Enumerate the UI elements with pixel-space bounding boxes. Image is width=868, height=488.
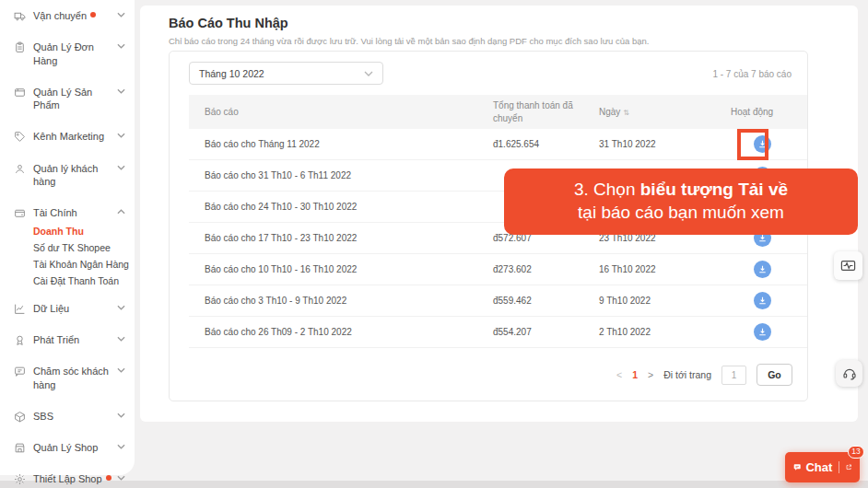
- column-header-date[interactable]: Ngày⇅: [599, 107, 723, 117]
- sidebar-item-label: Quản lý khách hàng: [33, 162, 112, 189]
- chevron-down-icon: [117, 165, 125, 170]
- report-name: Báo cáo cho 10 Th10 - 16 Th10 2022: [189, 264, 493, 274]
- chevron-down-icon: [117, 367, 125, 373]
- sidebar-item-label: SBS: [33, 410, 53, 423]
- sidebar-item-label: Dữ Liệu: [33, 302, 69, 315]
- sidebar-item-tai-chinh[interactable]: Tài Chính: [0, 206, 135, 219]
- go-button[interactable]: Go: [757, 364, 792, 386]
- report-count: 1 - 7 của 7 báo cáo: [712, 69, 792, 79]
- table-row: Báo cáo cho 10 Th10 - 16 Th10 2022 đ273.…: [189, 254, 807, 285]
- sidebar-item-quan-ly-khach-hang[interactable]: Quản lý khách hàng: [0, 162, 135, 189]
- sidebar-subitem-cai-dat-thanh-toan[interactable]: Cài Đặt Thanh Toán: [33, 275, 135, 287]
- month-filter-value: Tháng 10 2022: [199, 68, 264, 79]
- column-header-report: Báo cáo: [189, 107, 493, 117]
- clipboard-icon: [14, 41, 26, 53]
- report-date: 31 Th10 2022: [599, 139, 723, 149]
- chat-divider: [839, 461, 839, 473]
- sidebar-item-du-lieu[interactable]: Dữ Liệu: [0, 302, 135, 315]
- user-icon: [14, 163, 26, 175]
- table-row: Báo cáo cho Tháng 11 2022 đ1.625.654 31 …: [189, 129, 807, 160]
- chevron-down-icon: [117, 133, 125, 138]
- finance-submenu: Doanh Thu Số dư TK Shopee Tài Khoản Ngân…: [33, 226, 135, 287]
- chevron-down-icon: [117, 444, 125, 449]
- sidebar-item-phat-trien[interactable]: Phát Triển: [0, 333, 135, 346]
- report-amount: đ273.602: [493, 264, 599, 274]
- report-name: Báo cáo cho 17 Th10 - 23 Th10 2022: [189, 233, 493, 243]
- chevron-down-icon: [117, 305, 125, 310]
- chevron-down-icon: [117, 336, 125, 342]
- chevron-down-icon: [117, 12, 125, 17]
- popout-icon: [846, 462, 851, 472]
- chart-icon: [14, 303, 26, 315]
- performance-monitor-button[interactable]: [834, 251, 862, 280]
- sidebar-item-quan-ly-don-hang[interactable]: Quản Lý Đơn Hàng: [0, 41, 135, 67]
- report-name: Báo cáo cho 26 Th09 - 2 Th10 2022: [189, 327, 493, 337]
- sidebar-item-label: Phát Triển: [33, 333, 79, 346]
- download-button[interactable]: [754, 323, 771, 341]
- table-row: Báo cáo cho 3 Th10 - 9 Th10 2022 đ559.46…: [189, 285, 807, 317]
- report-amount: đ559.462: [493, 296, 599, 306]
- support-headset-button[interactable]: [836, 360, 862, 387]
- sidebar-item-van-chuyen[interactable]: Vận chuyển: [0, 9, 135, 22]
- sidebar-item-thiet-lap-shop[interactable]: Thiết Lập Shop: [0, 472, 135, 485]
- gear-icon: [14, 473, 26, 485]
- box-icon: [14, 411, 26, 423]
- sidebar-item-quan-ly-shop[interactable]: Quản Lý Shop: [0, 441, 135, 454]
- page-title: Báo Cáo Thu Nhập: [169, 16, 288, 30]
- goto-page-label: Đi tới trang: [663, 369, 711, 380]
- sidebar-subitem-so-du-tk-shopee[interactable]: Số dư TK Shopee: [33, 242, 135, 254]
- sidebar-item-label: Thiết Lập Shop: [33, 472, 102, 485]
- report-date: 9 Th10 2022: [599, 296, 723, 306]
- sidebar-item-label: Quản Lý Đơn Hàng: [33, 41, 112, 67]
- report-name: Báo cáo cho 3 Th10 - 9 Th10 2022: [189, 296, 493, 306]
- chat-label: Chat: [805, 460, 832, 474]
- pagination-prev-button[interactable]: <: [616, 369, 622, 380]
- chat-button[interactable]: Chat 13: [785, 452, 860, 482]
- chat-unread-badge: 13: [848, 446, 864, 459]
- page-subtitle: Chỉ báo cáo trong 24 tháng vừa rồi được …: [169, 36, 649, 46]
- download-button[interactable]: [754, 292, 771, 309]
- medal-icon: [14, 334, 26, 346]
- column-header-amount: Tổng thanh toán đã chuyển: [493, 99, 599, 124]
- shop-icon: [14, 442, 26, 454]
- sidebar-item-label: Kênh Marketing: [33, 130, 104, 143]
- sidebar: Vận chuyển Quản Lý Đơn Hàng Quản Lý Sản …: [0, 0, 135, 475]
- column-header-action: Hoạt động: [723, 107, 807, 117]
- pagination-next-button[interactable]: >: [648, 369, 653, 380]
- sidebar-item-label: Vận chuyển: [33, 9, 87, 22]
- wallet-icon: [14, 207, 26, 219]
- tutorial-callout: 3. Chọn biểu tượng Tải về tại báo cáo bạ…: [504, 168, 858, 235]
- report-amount: đ1.625.654: [493, 139, 599, 149]
- sidebar-item-label: Chăm sóc khách hàng: [33, 365, 112, 391]
- download-button[interactable]: [754, 135, 771, 153]
- pulse-monitor-icon: [840, 258, 856, 273]
- sidebar-subitem-tai-khoan-ngan-hang[interactable]: Tài Khoản Ngân Hàng: [33, 259, 135, 271]
- sidebar-item-quan-ly-san-pham[interactable]: Quản Lý Sản Phẩm: [0, 86, 135, 112]
- download-button[interactable]: [754, 261, 771, 278]
- notification-dot: [106, 475, 111, 481]
- sidebar-item-cham-soc-khach-hang[interactable]: Chăm sóc khách hàng: [0, 365, 135, 391]
- report-date: 16 Th10 2022: [599, 264, 723, 274]
- report-name: Báo cáo cho 31 Th10 - 6 Th11 2022: [189, 170, 493, 180]
- pagination-page-1[interactable]: 1: [632, 369, 638, 380]
- table-header: Báo cáo Tổng thanh toán đã chuyển Ngày⇅ …: [189, 95, 807, 129]
- chat-bubble-icon: [793, 460, 801, 474]
- sidebar-item-kenh-marketing[interactable]: Kênh Marketing: [0, 130, 135, 143]
- sidebar-item-label: Quản Lý Shop: [33, 441, 98, 454]
- chevron-down-icon: [117, 475, 125, 481]
- chevron-down-icon: [117, 88, 125, 94]
- main-panel: Báo Cáo Thu Nhập Chỉ báo cáo trong 24 th…: [140, 6, 858, 422]
- chevron-up-icon: [117, 209, 125, 215]
- goto-page-input[interactable]: [721, 366, 746, 385]
- month-filter-dropdown[interactable]: Tháng 10 2022: [189, 62, 383, 85]
- truck-icon: [14, 10, 26, 22]
- report-date: 2 Th10 2022: [599, 327, 723, 337]
- product-icon: [14, 87, 26, 99]
- chevron-down-icon: [117, 412, 125, 418]
- sidebar-item-sbs[interactable]: SBS: [0, 410, 135, 423]
- tag-icon: [14, 131, 26, 143]
- sidebar-subitem-doanh-thu[interactable]: Doanh Thu: [33, 226, 135, 238]
- sidebar-item-label: Tài Chính: [33, 206, 77, 219]
- pagination: < 1 > Đi tới trang Go: [616, 364, 792, 386]
- chevron-down-icon: [364, 71, 373, 76]
